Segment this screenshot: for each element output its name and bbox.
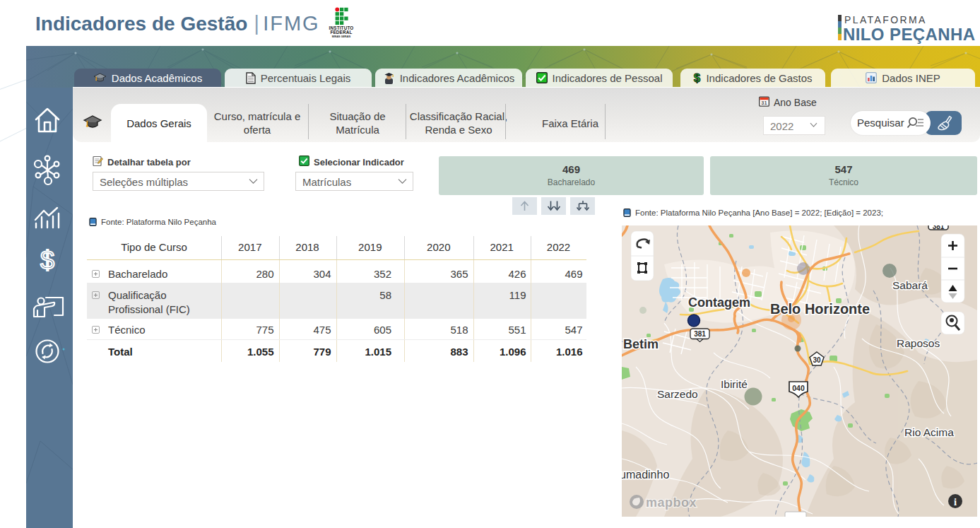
- svg-text:381: 381: [933, 225, 945, 230]
- svg-text:mapbox: mapbox: [646, 495, 697, 510]
- svg-text:Ibirité: Ibirité: [721, 378, 748, 390]
- svg-text:$: $: [694, 71, 701, 84]
- svg-text:Raposos: Raposos: [897, 337, 940, 349]
- svg-text:Belo Horizonte: Belo Horizonte: [770, 301, 870, 317]
- svg-text:Betim: Betim: [623, 337, 659, 351]
- svg-text:FEDERAL: FEDERAL: [330, 30, 352, 35]
- svg-text:30: 30: [813, 356, 821, 364]
- svg-text:i: i: [954, 496, 957, 508]
- svg-text:MINAS GERAIS: MINAS GERAIS: [332, 35, 351, 38]
- svg-text:040: 040: [792, 384, 805, 392]
- svg-text:Sabará: Sabará: [892, 279, 928, 291]
- svg-text:umadinho: umadinho: [622, 469, 669, 481]
- svg-text:381: 381: [694, 330, 706, 338]
- svg-text:$: $: [40, 246, 54, 275]
- svg-text:Contagem: Contagem: [688, 295, 750, 310]
- svg-text:Rio Acima: Rio Acima: [904, 426, 954, 438]
- svg-text:31: 31: [761, 100, 767, 106]
- svg-text:Sarzedo: Sarzedo: [657, 388, 698, 400]
